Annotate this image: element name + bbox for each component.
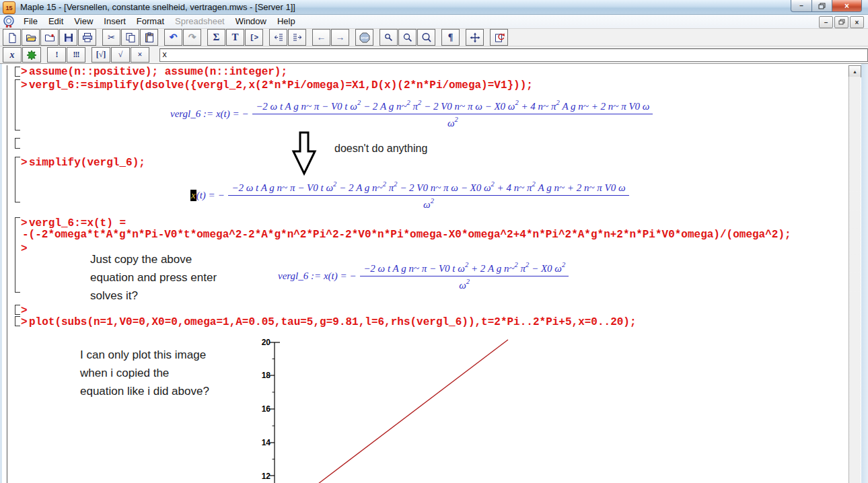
vertical-scrollbar[interactable] bbox=[848, 77, 861, 483]
stop-button[interactable]: STOP bbox=[355, 29, 373, 46]
execute-all-icon: !!! bbox=[73, 50, 79, 60]
context-toolbar: x ! !!! [√] √ × bbox=[0, 46, 868, 64]
open-button[interactable] bbox=[22, 29, 40, 46]
cancel-button[interactable]: × bbox=[131, 47, 149, 63]
fraction-numerator: −2 ω t A g n~ π − V0 t ω2 + 2 A g n~2 π2… bbox=[360, 261, 569, 276]
input-line-vergl6-part1[interactable]: vergl_6:=x(t) = bbox=[29, 217, 126, 229]
undo-button[interactable]: ↶ bbox=[164, 29, 182, 46]
execution-group-bracket bbox=[15, 138, 20, 149]
menu-spreadsheet: Spreadsheet bbox=[170, 15, 230, 28]
input-line-simplify[interactable]: simplify(vergl_6); bbox=[29, 157, 145, 169]
zoom-reset-icon bbox=[384, 32, 394, 43]
outdent-button[interactable] bbox=[269, 29, 287, 46]
open-url-icon bbox=[44, 32, 55, 43]
zoom-reset-button[interactable] bbox=[379, 29, 398, 46]
restart-button[interactable] bbox=[490, 29, 508, 46]
input-prompt: > bbox=[21, 66, 28, 78]
maple-seal-icon bbox=[2, 15, 15, 28]
math-output-2: x(t) = − −2 ω t A g n~ π − V0 t ω2 − 2 A… bbox=[190, 176, 629, 214]
indent-button[interactable] bbox=[288, 29, 306, 46]
annotation-doesnt-do-anything: doesn't do anything bbox=[334, 143, 427, 155]
main-toolbar: ✂ ↶ ↷ Σ T [> ← → bbox=[0, 29, 868, 46]
input-prompt: > bbox=[21, 217, 28, 229]
zoom-in-button[interactable] bbox=[417, 29, 435, 46]
menu-file[interactable]: File bbox=[18, 15, 43, 28]
close-button[interactable]: × bbox=[832, 0, 862, 12]
new-document-icon bbox=[7, 32, 17, 43]
menu-help[interactable]: Help bbox=[272, 15, 301, 28]
pilcrow-icon: ¶ bbox=[448, 32, 454, 43]
y-axis bbox=[270, 342, 280, 483]
svg-text:STOP: STOP bbox=[361, 36, 369, 39]
scroll-up-button[interactable]: ▲ bbox=[848, 65, 861, 77]
input-line-plot[interactable]: plot(subs(n=1,V0=0,X0=0,omega=1,A=0.05,t… bbox=[29, 316, 637, 328]
execute-all-button[interactable]: !!! bbox=[67, 47, 85, 63]
insert-text-button[interactable]: T bbox=[226, 29, 244, 46]
menu-edit[interactable]: Edit bbox=[43, 15, 69, 28]
show-invisibles-button[interactable]: ¶ bbox=[441, 29, 460, 46]
zoom-in-icon bbox=[421, 32, 432, 43]
input-line-dsolve[interactable]: vergl_6:=simplify(dsolve({vergl_2,x(2*n*… bbox=[29, 79, 533, 91]
new-document-button[interactable] bbox=[3, 29, 21, 46]
math-mode-button[interactable]: x bbox=[3, 47, 22, 63]
variable-x-icon: x bbox=[10, 50, 15, 61]
stop-icon: STOP bbox=[359, 32, 370, 43]
input-line-vergl6-part2[interactable]: -(-2*omega*t*A*g*n*Pi-V0*t*omega^2-2*A*g… bbox=[22, 229, 791, 241]
cut-icon: ✂ bbox=[108, 32, 115, 43]
maximize-button[interactable] bbox=[812, 0, 832, 12]
execution-group-bracket bbox=[15, 157, 20, 202]
math-output-3: vergl_6 := x(t) = − −2 ω t A g n~ π − V0… bbox=[278, 257, 569, 295]
mdi-minimize-button[interactable]: – bbox=[819, 16, 833, 28]
fraction-numerator: −2 ω t A g n~ π − V0 t ω2 − 2 A g n~2 π2… bbox=[252, 99, 653, 114]
maple-input-button[interactable] bbox=[22, 47, 41, 63]
forward-button[interactable]: → bbox=[331, 29, 349, 46]
insert-math-button[interactable]: Σ bbox=[207, 29, 225, 46]
output-lhs: vergl_6 := x(t) = − bbox=[278, 270, 359, 282]
fraction-denominator: ω2 bbox=[459, 276, 470, 291]
autocorrect-button[interactable]: [√] bbox=[92, 47, 110, 63]
input-prompt: > bbox=[21, 243, 28, 255]
menu-view[interactable]: View bbox=[69, 15, 98, 28]
mdi-restore-icon bbox=[838, 19, 845, 26]
print-icon bbox=[82, 32, 93, 43]
forward-arrow-icon: → bbox=[336, 32, 345, 43]
fraction-numerator: −2 ω t A g n~ π − V0 t ω2 − 2 A g n~2 π2… bbox=[228, 180, 628, 196]
plot-output[interactable] bbox=[256, 337, 848, 483]
save-button[interactable] bbox=[59, 29, 77, 46]
menu-format[interactable]: Format bbox=[131, 15, 170, 28]
execution-group-bracket bbox=[15, 217, 20, 293]
menu-insert[interactable]: Insert bbox=[98, 15, 131, 28]
worksheet-area[interactable]: > assume(n::positive); assume(n::integer… bbox=[0, 63, 868, 483]
check-icon: √ bbox=[118, 50, 123, 60]
save-icon bbox=[63, 32, 74, 43]
expression-input[interactable] bbox=[159, 48, 868, 62]
mdi-restore-button[interactable] bbox=[834, 16, 848, 28]
expand-worksheet-button[interactable] bbox=[466, 29, 484, 46]
selected-x: x bbox=[190, 190, 196, 201]
execution-group-bracket bbox=[15, 305, 20, 315]
mdi-close-button[interactable]: × bbox=[850, 16, 864, 28]
math-output-1: vergl_6 := x(t) = − −2 ω t A g n~ π − V0… bbox=[170, 95, 653, 133]
back-button[interactable]: ← bbox=[312, 29, 330, 46]
annotation-copy-line3: solves it? bbox=[90, 289, 138, 303]
execute-button[interactable]: ! bbox=[47, 47, 66, 63]
x-cancel-icon: × bbox=[138, 50, 143, 60]
redo-button[interactable]: ↷ bbox=[183, 29, 201, 46]
zoom-out-button[interactable] bbox=[398, 29, 417, 46]
cut-button[interactable]: ✂ bbox=[102, 29, 120, 46]
output-lhs: vergl_6 := x(t) = − bbox=[170, 108, 251, 120]
accept-button[interactable]: √ bbox=[111, 47, 130, 63]
annotation-plot-line3: equation like i did above? bbox=[80, 385, 209, 398]
input-line-assume[interactable]: assume(n::positive); assume(n::integer); bbox=[29, 66, 287, 78]
insert-prompt-button[interactable]: [> bbox=[245, 29, 263, 46]
copy-button[interactable] bbox=[121, 29, 139, 46]
menu-window[interactable]: Window bbox=[230, 15, 272, 28]
copy-icon bbox=[125, 32, 136, 43]
maple-leaf-icon bbox=[26, 50, 37, 61]
open-url-button[interactable] bbox=[40, 29, 59, 46]
text-icon: T bbox=[231, 32, 238, 43]
minimize-button[interactable]: – bbox=[791, 0, 812, 12]
print-button[interactable] bbox=[78, 29, 96, 46]
paste-button[interactable] bbox=[140, 29, 158, 46]
expand-arrows-icon bbox=[470, 32, 480, 43]
